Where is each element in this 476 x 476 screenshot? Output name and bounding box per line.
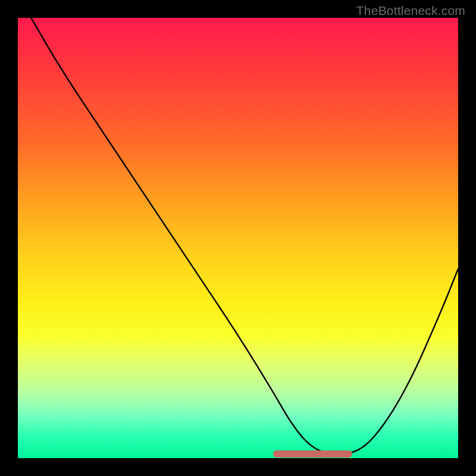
optimal-range-marker — [273, 450, 352, 458]
chart-frame: TheBottleneck.com — [0, 0, 476, 476]
bottleneck-curve — [18, 18, 458, 458]
watermark-text: TheBottleneck.com — [356, 4, 465, 18]
plot-area — [18, 18, 458, 458]
